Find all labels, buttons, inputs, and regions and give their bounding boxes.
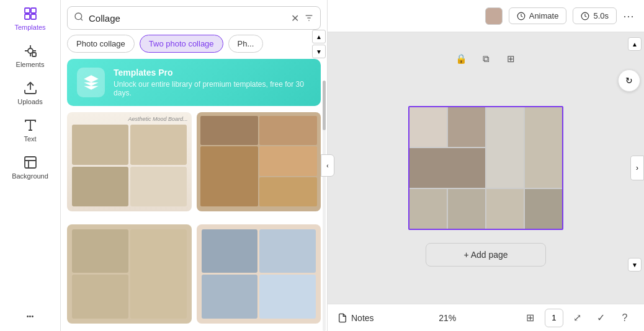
- top-toolbar: Animate 5.0s ⋯: [328, 0, 644, 32]
- promo-icon: [77, 68, 105, 97]
- sidebar-item-label-uploads: Uploads: [17, 98, 42, 105]
- canvas-wrapper: [408, 106, 563, 230]
- more-options-button[interactable]: ⋯: [623, 9, 634, 23]
- filter-scroll-up[interactable]: ▲: [312, 30, 326, 43]
- svg-line-9: [81, 19, 83, 20]
- notes-button[interactable]: Notes: [338, 313, 374, 323]
- fit-page-icon[interactable]: ⊞: [521, 309, 540, 327]
- filter-icon[interactable]: [304, 13, 314, 23]
- template-thumb-2[interactable]: [197, 112, 321, 211]
- collage-photo-3[interactable]: [486, 107, 524, 188]
- rotate-icon[interactable]: ↻: [618, 69, 640, 92]
- collage-photo-8[interactable]: [486, 189, 524, 229]
- background-icon: [23, 155, 38, 170]
- sidebar-item-templates[interactable]: Templates: [0, 0, 60, 37]
- collage-photo-9[interactable]: [525, 189, 562, 229]
- panel-scrollbar: [323, 81, 326, 331]
- template-label-1: Aesthetic Mood Board...: [128, 116, 187, 122]
- panel: ✕ ▲ ▼ Photo collage Two photo collage Ph…: [61, 0, 328, 331]
- clear-search-icon[interactable]: ✕: [291, 12, 299, 24]
- promo-text: Templates Pro Unlock our entire library …: [114, 68, 311, 97]
- add-page-button[interactable]: + Add page: [426, 243, 545, 267]
- notes-icon: [338, 313, 347, 323]
- page-scroll-up[interactable]: ▲: [628, 37, 642, 51]
- filter-scroll-down[interactable]: ▼: [312, 45, 326, 58]
- bottom-toolbar: Notes 21% ⊞ 1 ⤢ ✓ ?: [328, 304, 644, 331]
- filter-tab-photo-more[interactable]: Ph...: [228, 35, 264, 53]
- help-icon[interactable]: ?: [615, 309, 634, 327]
- promo-title: Templates Pro: [114, 68, 311, 77]
- add-frame-icon[interactable]: ⊞: [501, 50, 520, 68]
- filter-tab-two-photo-collage[interactable]: Two photo collage: [140, 35, 223, 53]
- canvas-container: ▲ 🔒 ⧉ ⊞ ↻: [328, 32, 644, 304]
- sidebar-item-label: Templates: [14, 24, 45, 31]
- template-thumb-1[interactable]: Aesthetic Mood Board...: [67, 112, 192, 211]
- filter-tab-photo-collage[interactable]: Photo collage: [67, 35, 135, 53]
- templates-icon: [23, 6, 38, 21]
- sidebar-item-more[interactable]: •••: [0, 306, 60, 326]
- search-input[interactable]: [89, 13, 286, 24]
- filter-tabs: Photo collage Two photo collage Ph...: [61, 35, 327, 59]
- duration-button[interactable]: 5.0s: [573, 7, 617, 24]
- collage-photo-5[interactable]: [409, 148, 485, 188]
- animate-icon: [517, 12, 525, 20]
- svg-rect-2: [25, 14, 30, 19]
- collapse-panel-button[interactable]: ‹: [321, 154, 334, 177]
- page-scroll-down[interactable]: ▼: [628, 258, 642, 271]
- collage-photo-6[interactable]: [409, 189, 447, 229]
- svg-rect-0: [25, 8, 30, 13]
- clock-icon: [581, 12, 589, 20]
- sidebar: Templates Elements Uploads Text Backgrou…: [0, 0, 61, 331]
- panel-scrollbar-thumb: [323, 81, 326, 130]
- search-icon: [74, 12, 84, 24]
- main-area: Animate 5.0s ⋯ ▲ 🔒 ⧉ ⊞: [328, 0, 644, 331]
- lock-icon[interactable]: 🔒: [452, 50, 470, 68]
- upload-icon: [23, 81, 38, 95]
- color-swatch[interactable]: [485, 7, 503, 25]
- svg-rect-3: [31, 14, 36, 19]
- template-thumb-3[interactable]: [67, 224, 192, 324]
- svg-rect-1: [31, 8, 36, 13]
- svg-point-8: [75, 13, 82, 20]
- promo-description: Unlock our entire library of premium tem…: [114, 80, 311, 97]
- sidebar-item-text[interactable]: Text: [0, 112, 60, 149]
- collage-photo-4[interactable]: [525, 107, 562, 188]
- page-indicator[interactable]: 1: [545, 309, 563, 327]
- sidebar-item-background[interactable]: Background: [0, 149, 60, 186]
- collage-canvas[interactable]: [408, 106, 563, 230]
- search-bar: ✕: [67, 6, 321, 30]
- elements-icon: [23, 43, 38, 58]
- copy-icon[interactable]: ⧉: [476, 50, 495, 68]
- sidebar-item-label-text: Text: [24, 135, 36, 143]
- template-grid: Aesthetic Mood Board...: [61, 112, 327, 331]
- sidebar-item-label-background: Background: [12, 172, 48, 180]
- template-thumb-4[interactable]: [197, 224, 321, 324]
- collage-photo-2[interactable]: [448, 107, 485, 147]
- expand-icon[interactable]: ⤢: [568, 309, 587, 327]
- promo-banner[interactable]: Templates Pro Unlock our entire library …: [67, 59, 321, 106]
- canvas-actions: ↻: [618, 69, 640, 92]
- text-icon: [23, 118, 38, 133]
- collage-photo-7[interactable]: [448, 189, 485, 229]
- zoom-level[interactable]: 21%: [439, 313, 456, 323]
- more-label: •••: [27, 312, 34, 320]
- collage-photo-1[interactable]: [409, 107, 447, 147]
- animate-button[interactable]: Animate: [509, 7, 567, 24]
- canvas-top-icons: 🔒 ⧉ ⊞: [452, 50, 520, 68]
- sidebar-item-uploads[interactable]: Uploads: [0, 74, 60, 112]
- side-nav-right[interactable]: ›: [630, 156, 644, 180]
- svg-rect-7: [25, 157, 36, 168]
- check-icon[interactable]: ✓: [592, 309, 610, 327]
- sidebar-item-elements[interactable]: Elements: [0, 37, 60, 74]
- sidebar-item-label-elements: Elements: [16, 61, 45, 68]
- svg-rect-5: [32, 53, 36, 56]
